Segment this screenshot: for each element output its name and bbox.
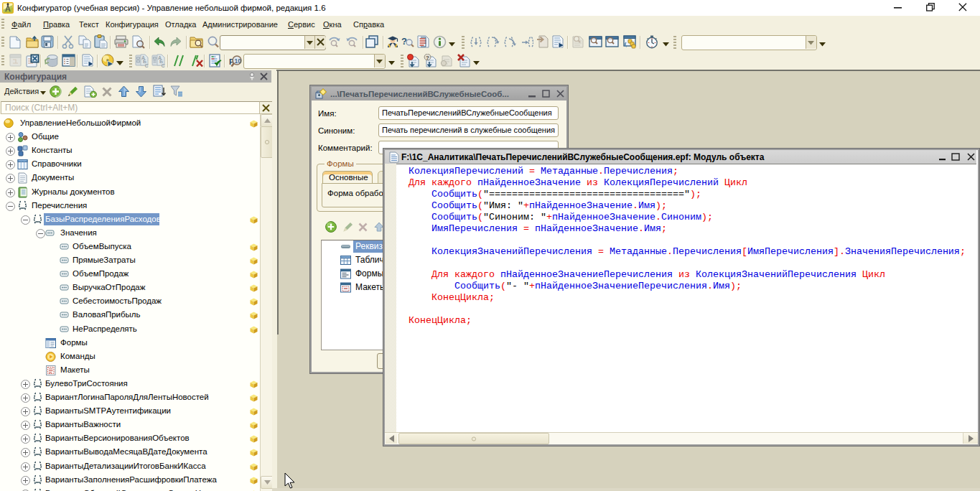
svg-text:10: 10: [235, 57, 242, 65]
svg-text:?: ?: [426, 55, 429, 61]
svg-text:С: С: [145, 63, 149, 68]
svg-text:С: С: [162, 63, 165, 68]
